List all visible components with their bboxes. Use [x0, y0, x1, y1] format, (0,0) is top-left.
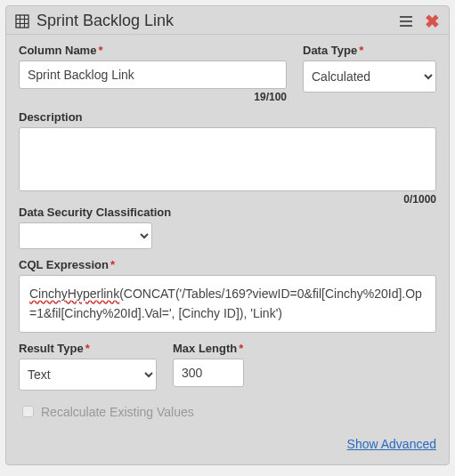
svg-rect-0 — [16, 15, 28, 28]
recalculate-label: Recalculate Existing Values — [41, 405, 194, 419]
data-type-label: Data Type* — [303, 44, 436, 57]
description-counter: 0/1000 — [19, 193, 436, 206]
recalculate-checkbox — [22, 406, 34, 417]
result-type-label: Result Type* — [19, 342, 157, 355]
column-name-label: Column Name* — [19, 44, 287, 57]
grid-icon — [15, 14, 29, 28]
column-name-input[interactable] — [19, 61, 287, 89]
data-type-select[interactable]: Calculated — [303, 61, 436, 93]
max-length-label: Max Length* — [173, 342, 244, 355]
show-advanced-link[interactable]: Show Advanced — [347, 437, 436, 451]
recalculate-row: Recalculate Existing Values — [19, 403, 436, 420]
close-icon[interactable]: ✖ — [425, 12, 440, 30]
dsc-label: Data Security Classification — [19, 206, 436, 219]
dsc-select[interactable] — [19, 222, 152, 249]
menu-icon[interactable] — [398, 13, 414, 29]
panel-header: Sprint Backlog Link ✖ — [6, 6, 449, 35]
panel-body: Column Name* 19/100 Data Type* Calculate… — [6, 35, 449, 464]
cql-function-name: CinchyHyperlink — [29, 286, 119, 301]
result-type-select[interactable]: Text — [19, 359, 157, 391]
cql-expression-input[interactable]: CinchyHyperlink(CONCAT('/Tables/169?view… — [19, 275, 436, 333]
panel-title: Sprint Backlog Link — [37, 12, 174, 30]
description-textarea[interactable] — [19, 127, 436, 191]
cql-label: CQL Expression* — [19, 258, 436, 271]
description-label: Description — [19, 110, 436, 124]
column-name-counter: 19/100 — [19, 91, 287, 103]
max-length-input[interactable] — [173, 359, 244, 387]
column-editor-panel: Sprint Backlog Link ✖ Column Name* 19/10… — [5, 5, 450, 465]
